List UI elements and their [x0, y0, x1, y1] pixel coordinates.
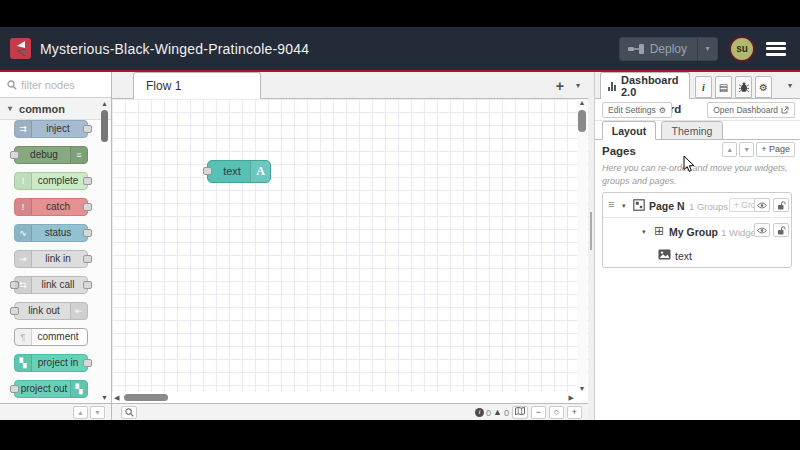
- info-count: 0: [486, 408, 491, 418]
- deploy-options-caret[interactable]: ▾: [697, 38, 717, 60]
- workspace-footer: i 0 ▲ 0 − ○ +: [112, 403, 588, 420]
- pages-heading: Pages: [602, 145, 636, 157]
- add-flow-button[interactable]: +: [556, 78, 564, 94]
- palette-search[interactable]: [0, 72, 111, 98]
- page-icon: [633, 199, 645, 211]
- palette-node-label: project out: [15, 381, 87, 397]
- scroll-down-icon[interactable]: ▼: [100, 394, 109, 401]
- open-dashboard-button[interactable]: Open Dashboard: [707, 102, 795, 118]
- scroll-up-icon[interactable]: ▲: [100, 100, 109, 107]
- palette-node-project-out[interactable]: ▚project out: [14, 380, 88, 398]
- palette-node-complete[interactable]: !complete: [14, 172, 88, 190]
- palette-node-inject[interactable]: ⇉inject: [14, 120, 88, 138]
- collapse-all-categories-button[interactable]: ▲: [73, 406, 88, 419]
- palette-footer: ▲ ▼: [0, 403, 111, 420]
- scroll-up-icon[interactable]: ▲: [577, 99, 587, 106]
- page-meta: 1 Groups: [689, 201, 728, 212]
- palette-node-debug[interactable]: ≡debug: [14, 146, 88, 164]
- sidebar-tabs-caret[interactable]: ▾: [788, 81, 792, 90]
- text-widget-icon: A: [250, 161, 270, 182]
- chevron-down-icon[interactable]: ▾: [642, 228, 646, 236]
- node-input-port[interactable]: [203, 167, 212, 175]
- node-port: [83, 177, 92, 185]
- warning-icon: ▲: [493, 408, 502, 417]
- sidebar-tab-label: Dashboard 2.0: [621, 74, 689, 98]
- layout-tree: ≡ ▾ Page N 1 Groups + Group: [602, 192, 792, 268]
- bar-chart-icon: [608, 82, 616, 91]
- add-page-button[interactable]: + Page: [756, 142, 795, 157]
- palette-node-status[interactable]: ∿status: [14, 224, 88, 242]
- filter-nodes-input[interactable]: [21, 79, 101, 91]
- mouse-cursor: [683, 155, 696, 173]
- palette-node-link-call[interactable]: ⇆link call: [14, 276, 88, 294]
- palette-node-catch[interactable]: !catch: [14, 198, 88, 216]
- zoom-in-button[interactable]: +: [567, 406, 582, 419]
- page-visibility-button[interactable]: [754, 198, 770, 212]
- eye-icon: [757, 202, 767, 209]
- flow-list-caret[interactable]: ▾: [576, 81, 580, 90]
- warning-count: 0: [504, 408, 509, 418]
- tree-row-group[interactable]: ▾ ⊞ My Group 1 Widgets: [603, 218, 791, 243]
- user-avatar[interactable]: su: [731, 38, 753, 60]
- node-port: [83, 255, 92, 263]
- search-icon: [125, 408, 134, 417]
- edit-settings-button[interactable]: Edit Settings ⚙: [602, 102, 672, 118]
- gear-icon: ⚙: [659, 106, 666, 115]
- tab-help[interactable]: ▤: [715, 76, 732, 98]
- group-visibility-button[interactable]: [754, 223, 770, 237]
- tree-row-page[interactable]: ≡ ▾ Page N 1 Groups + Group: [603, 193, 791, 218]
- deploy-icon: [628, 44, 644, 54]
- tab-debug[interactable]: [735, 76, 752, 98]
- zoom-reset-button[interactable]: ○: [549, 406, 564, 419]
- palette-category-label: common: [19, 103, 65, 115]
- node-label: text: [214, 161, 250, 182]
- scroll-left-icon[interactable]: ◀: [114, 392, 119, 403]
- palette-category-common[interactable]: ▾ common: [0, 98, 111, 120]
- main-menu-icon[interactable]: [766, 42, 786, 56]
- move-page-up-button[interactable]: ▲: [722, 142, 737, 157]
- pages-help-text: Here you can re-order and move your widg…: [602, 162, 794, 187]
- deploy-button[interactable]: Deploy ▾: [619, 37, 718, 61]
- scroll-right-icon[interactable]: ▶: [569, 392, 574, 403]
- palette-scrollbar-thumb[interactable]: [101, 110, 108, 142]
- tab-flow-1[interactable]: Flow 1: [133, 72, 261, 99]
- canvas-horizontal-scrollbar[interactable]: ◀ ▶: [112, 392, 576, 403]
- tab-info[interactable]: i: [695, 76, 712, 98]
- tree-row-widget[interactable]: text: [603, 243, 791, 267]
- tab-config-nodes[interactable]: ⚙: [755, 76, 772, 98]
- palette-scrollbar[interactable]: ▲ ▼: [100, 100, 109, 401]
- tab-theming[interactable]: Theming: [661, 121, 723, 140]
- tab-layout[interactable]: Layout: [602, 121, 656, 140]
- vscroll-thumb[interactable]: [578, 110, 586, 132]
- header: Mysterious-Black-Winged-Pratincole-9044 …: [0, 27, 800, 70]
- image-icon: [658, 249, 671, 260]
- expand-all-categories-button[interactable]: ▼: [90, 406, 105, 419]
- tab-dashboard-2[interactable]: Dashboard 2.0: [600, 72, 690, 99]
- edit-settings-label: Edit Settings: [608, 105, 656, 115]
- sidebar-splitter[interactable]: [588, 72, 595, 420]
- sidebar-tab-bar: Dashboard 2.0 i ▤: [595, 72, 800, 99]
- palette-node-project-in[interactable]: ▚project in: [14, 354, 88, 372]
- bug-icon: [739, 82, 749, 93]
- palette-node-comment[interactable]: ¶comment: [14, 328, 88, 346]
- zoom-out-button[interactable]: −: [531, 406, 546, 419]
- hscroll-thumb[interactable]: [124, 394, 168, 401]
- flow-canvas[interactable]: text A: [112, 99, 588, 392]
- chevron-down-icon[interactable]: ▾: [622, 202, 626, 210]
- move-page-down-button[interactable]: ▼: [739, 142, 754, 157]
- info-icon: i: [475, 408, 484, 417]
- canvas-vertical-scrollbar[interactable]: ▲ ▼: [577, 99, 587, 392]
- unlock-icon: [777, 226, 786, 235]
- palette-node-label: status: [15, 225, 87, 241]
- zoom-lens-button[interactable]: [121, 406, 137, 419]
- drag-handle-icon[interactable]: ≡: [608, 198, 614, 210]
- notice-counts[interactable]: i 0 ▲ 0: [475, 408, 509, 418]
- node-port: [83, 125, 92, 133]
- page-lock-button[interactable]: [773, 198, 789, 212]
- navigator-button[interactable]: [512, 406, 528, 419]
- palette-node-link-out[interactable]: ⇤link out: [14, 302, 88, 320]
- palette-node-link-in[interactable]: ⇥link in: [14, 250, 88, 268]
- group-lock-button[interactable]: [773, 223, 789, 237]
- canvas-node-text[interactable]: text A: [207, 160, 271, 183]
- scroll-down-icon[interactable]: ▼: [577, 385, 587, 392]
